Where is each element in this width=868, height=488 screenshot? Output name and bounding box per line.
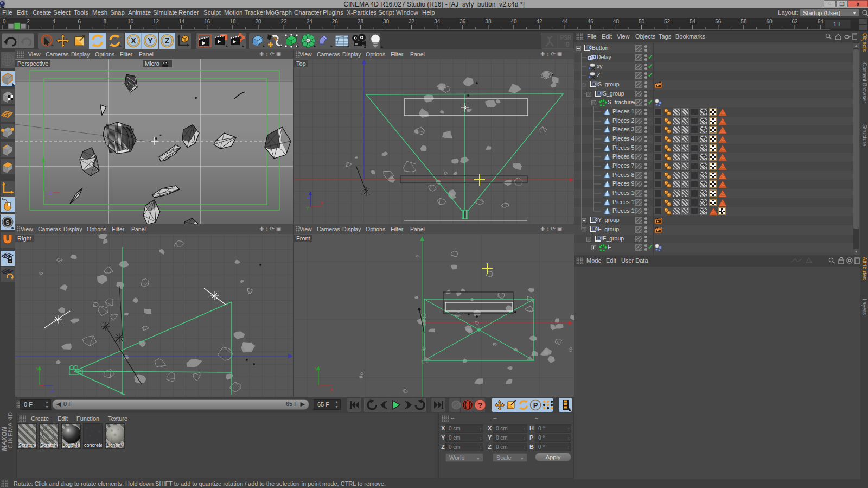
svg-text:62: 62 xyxy=(792,18,799,24)
svg-text:10: 10 xyxy=(127,18,134,24)
svg-text:S: S xyxy=(5,219,9,226)
svg-text:40: 40 xyxy=(510,18,517,24)
svg-text:48: 48 xyxy=(613,18,620,24)
svg-text:64: 64 xyxy=(818,18,824,24)
svg-text:?: ? xyxy=(478,401,482,409)
svg-text:46: 46 xyxy=(588,18,594,24)
svg-text:X: X xyxy=(320,200,323,206)
svg-text:54: 54 xyxy=(690,18,696,24)
svg-text:42: 42 xyxy=(537,18,543,24)
svg-text:32: 32 xyxy=(409,18,415,24)
svg-text:Z: Z xyxy=(51,387,54,392)
svg-text:0: 0 xyxy=(565,40,569,48)
svg-text:Y: Y xyxy=(315,366,318,372)
svg-text:P: P xyxy=(533,401,538,409)
svg-text:12: 12 xyxy=(153,18,159,24)
svg-text:24: 24 xyxy=(307,18,313,24)
svg-text:34: 34 xyxy=(434,18,441,24)
svg-text:30: 30 xyxy=(383,18,390,24)
svg-text:22: 22 xyxy=(281,18,288,24)
svg-text:1 F: 1 F xyxy=(833,21,842,27)
svg-text:Y: Y xyxy=(148,36,153,45)
svg-text:60: 60 xyxy=(766,18,773,24)
svg-text:16: 16 xyxy=(204,18,210,24)
svg-text:Z: Z xyxy=(165,36,170,45)
svg-text:X: X xyxy=(131,36,136,45)
svg-text:20: 20 xyxy=(255,18,261,24)
svg-text:X: X xyxy=(330,387,333,392)
svg-text:14: 14 xyxy=(178,18,185,24)
svg-text:Y: Y xyxy=(306,206,309,211)
svg-text:4: 4 xyxy=(52,18,55,24)
svg-text:0: 0 xyxy=(3,18,6,24)
svg-text:6: 6 xyxy=(78,18,81,24)
svg-text:28: 28 xyxy=(358,18,364,24)
svg-text:18: 18 xyxy=(229,18,236,24)
svg-text:Z: Z xyxy=(307,194,310,199)
svg-text:2: 2 xyxy=(27,18,30,24)
svg-text:Y: Y xyxy=(36,366,39,372)
svg-text:44: 44 xyxy=(562,18,569,24)
svg-text:36: 36 xyxy=(459,18,466,24)
svg-text:56: 56 xyxy=(715,18,722,24)
svg-text:50: 50 xyxy=(639,18,645,24)
svg-text:52: 52 xyxy=(664,18,671,24)
svg-text:8: 8 xyxy=(104,18,107,24)
svg-text:Z: Z xyxy=(49,190,52,196)
svg-text:38: 38 xyxy=(485,18,492,24)
svg-text:26: 26 xyxy=(332,18,339,24)
svg-text:58: 58 xyxy=(741,18,747,24)
